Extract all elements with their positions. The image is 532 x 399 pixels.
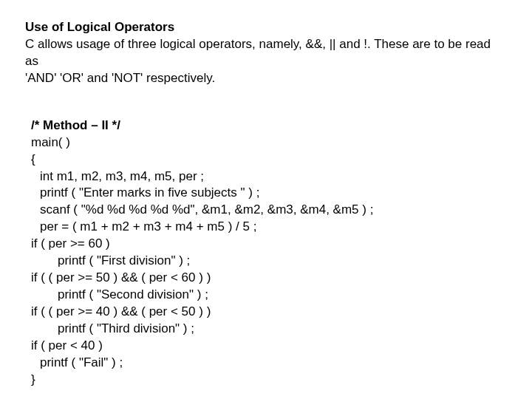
intro-block: Use of Logical Operators C allows usage … xyxy=(25,19,507,87)
intro-line-1: C allows usage of three logical operator… xyxy=(25,36,507,70)
code-line: main( ) xyxy=(31,135,70,149)
code-line: printf ( "Fail" ) ; xyxy=(31,355,123,372)
document-page: Use of Logical Operators C allows usage … xyxy=(0,0,532,399)
code-block: /* Method – II */ main( ) { int m1, m2, … xyxy=(25,100,507,399)
code-line: scanf ( "%d %d %d %d %d", &m1, &m2, &m3,… xyxy=(31,202,373,219)
code-line: { xyxy=(31,152,35,166)
code-line: printf ( "Third division" ) ; xyxy=(31,321,194,338)
heading: Use of Logical Operators xyxy=(25,19,507,36)
code-line: } xyxy=(31,372,35,386)
code-line: if ( per < 40 ) xyxy=(31,338,103,352)
code-line: if ( ( per >= 40 ) && ( per < 50 ) ) xyxy=(31,304,211,318)
code-line: per = ( m1 + m2 + m3 + m4 + m5 ) / 5 ; xyxy=(31,219,256,236)
code-line: int m1, m2, m3, m4, m5, per ; xyxy=(31,168,204,185)
code-line: /* Method – II */ xyxy=(31,118,120,132)
intro-line-2: 'AND' 'OR' and 'NOT' respectively. xyxy=(25,70,507,87)
code-line: printf ( "Second division" ) ; xyxy=(31,287,208,304)
code-line: printf ( "Enter marks in five subjects "… xyxy=(31,185,259,202)
code-line: if ( per >= 60 ) xyxy=(31,236,110,250)
code-line: if ( ( per >= 50 ) && ( per < 60 ) ) xyxy=(31,270,211,284)
code-line: printf ( "First division" ) ; xyxy=(31,253,190,270)
